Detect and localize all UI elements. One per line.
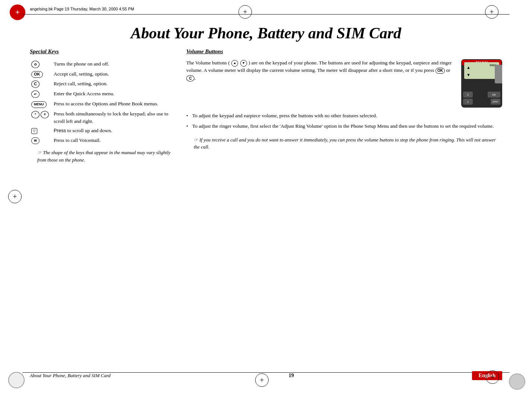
volume-bullet-list: To adjust the keypad and earpiece volume… <box>186 112 502 130</box>
vol-down-icon: ▼ <box>240 60 247 67</box>
key-icon-power: o <box>30 59 52 69</box>
bullet-item-1: To adjust the keypad and earpiece volume… <box>186 112 502 120</box>
special-keys-heading: Special Keys <box>30 48 171 55</box>
ok-key-btn: OK <box>31 71 43 78</box>
volume-with-image: The Volume buttons ( ▲ ▼ ) are on the ke… <box>186 59 502 108</box>
top-bar-line <box>22 14 510 15</box>
two-column-layout: Special Keys o Turns the phone on and of… <box>30 48 502 163</box>
key-desc-scroll: Press to scroll up and down. <box>52 126 171 136</box>
c-ref-btn: C <box>186 75 194 82</box>
voicemail-key-btn: ✉ <box>31 137 39 144</box>
special-keys-note: ☞ The shape of the keys that appear in t… <box>30 149 171 163</box>
key-desc-power: Turns the phone on and off. <box>52 59 171 69</box>
menu-key-btn: MENU <box>31 101 47 108</box>
key-icon-qa: ↵ <box>30 89 52 99</box>
file-info: angelsing.bk Page 19 Thursday, March 30,… <box>30 7 134 11</box>
top-bar: angelsing.bk Page 19 Thursday, March 30,… <box>30 7 502 11</box>
crosshair-bottom-right <box>486 370 499 384</box>
key-icon-c: C <box>30 79 52 89</box>
note-icon: ☞ <box>37 150 42 155</box>
red-circle-decoration <box>10 4 25 20</box>
ok-ref-btn: OK <box>436 68 445 74</box>
phone-keypad: C OK 1 2ABC <box>463 92 500 106</box>
deco-circle-bottom-right <box>509 373 525 390</box>
table-row: MENU Press to access the Options and Pho… <box>30 99 171 109</box>
phone-image: TALKAI ▲ ▼ Men C OK 1 <box>461 59 502 108</box>
key-icon-star-hash: * # <box>30 109 52 126</box>
phone-key-ok: OK <box>488 92 500 98</box>
key-icon-ok: OK <box>30 69 52 79</box>
key-icon-menu: MENU <box>30 99 52 109</box>
phone-key-1: 1 <box>463 99 473 105</box>
table-row: ✉ Press to call Voicemail. <box>30 136 171 146</box>
volume-text: The Volume buttons ( ▲ ▼ ) are on the ke… <box>186 59 455 82</box>
key-desc-qa: Enter the Quick Access menu. <box>52 89 171 99</box>
key-desc-voicemail: Press to call Voicemail. <box>52 136 171 146</box>
volume-note-icon: ☞ <box>194 137 198 143</box>
hash-key-btn: # <box>41 111 49 118</box>
key-desc-menu: Press to access the Options and Phone Bo… <box>52 99 171 109</box>
footer-page-number: 19 <box>289 373 294 379</box>
special-keys-note-text: The shape of the keys that appear in the… <box>37 150 171 163</box>
page-title: About Your Phone, Battery and SIM Card <box>0 24 532 42</box>
vol-up-icon: ▲ <box>231 60 238 67</box>
table-row: ▽ Press to scroll up and down. <box>30 126 171 136</box>
table-row: * # Press both simultaneously to lock th… <box>30 109 171 126</box>
scroll-key-btn: ▽ <box>31 128 37 134</box>
volume-intro: The Volume buttons ( ▲ ▼ ) are on the ke… <box>186 59 455 82</box>
table-row: o Turns the phone on and off. <box>30 59 171 69</box>
phone-screen: ▲ ▼ Men <box>464 62 499 79</box>
key-desc-c: Reject call, setting, option. <box>52 79 171 89</box>
key-desc-star-hash: Press both simultaneously to lock the ke… <box>52 109 171 126</box>
phone-key-c: C <box>463 92 473 98</box>
key-icon-scroll: ▽ <box>30 126 52 136</box>
keys-table: o Turns the phone on and off. OK Accept … <box>30 59 171 145</box>
star-key-btn: * <box>31 111 39 118</box>
volume-buttons-column: Volume Buttons The Volume buttons ( ▲ ▼ … <box>186 48 502 163</box>
bottom-bar: About Your Phone, Battery and SIM Card 1… <box>30 371 502 380</box>
key-desc-ok: Accept call, setting, option. <box>52 69 171 79</box>
volume-heading: Volume Buttons <box>186 48 502 55</box>
special-keys-column: Special Keys o Turns the phone on and of… <box>30 48 171 163</box>
crosshair-mid-left <box>8 190 22 203</box>
small-phone-icon <box>495 65 502 83</box>
bullet-item-2: To adjust the ringer volume, first selec… <box>186 122 502 130</box>
footer-left-text: About Your Phone, Battery and SIM Card <box>30 373 111 379</box>
phone-key-row-2: 1 2ABC <box>463 99 500 105</box>
volume-note-text: If you receive a call and you do not wan… <box>194 137 496 150</box>
volume-note: ☞ If you receive a call and you do not w… <box>186 136 502 151</box>
deco-circle-bottom-left <box>8 372 25 388</box>
power-key-btn: o <box>31 61 39 68</box>
table-row: C Reject call, setting, option. <box>30 79 171 89</box>
key-icon-voicemail: ✉ <box>30 136 52 146</box>
table-row: OK Accept call, setting, option. <box>30 69 171 79</box>
qa-key-btn: ↵ <box>31 90 39 98</box>
table-row: ↵ Enter the Quick Access menu. <box>30 89 171 99</box>
phone-key-row-1: C OK <box>463 92 500 98</box>
c-key-btn: C <box>31 80 39 88</box>
phone-key-2: 2ABC <box>491 99 500 105</box>
main-content: Special Keys o Turns the phone on and of… <box>30 48 502 365</box>
